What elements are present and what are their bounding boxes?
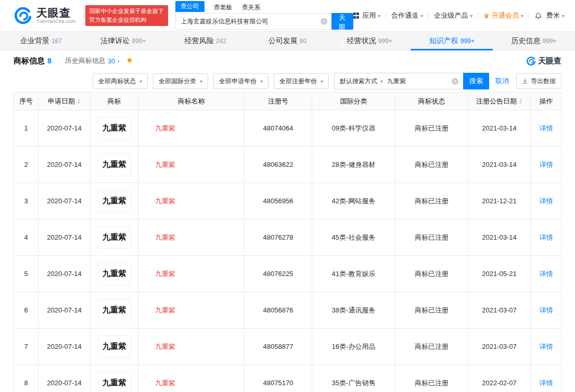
table-search-input[interactable]: 九重紫 [387,77,448,86]
index-cell: 5 [14,256,39,292]
crown-icon: ♛ [483,12,490,20]
detail-link[interactable]: 详情 [540,270,553,278]
tab-legal-proceedings[interactable]: 法律诉讼 999+ [82,32,164,50]
detail-link[interactable]: 详情 [540,306,553,314]
chevron-down-icon: ▾ [378,13,380,19]
tab-operating-risk[interactable]: 经营风险 242 [164,32,247,50]
table-row: 6 2020-07-14 九重紫 九重紫 48056876 38类-通讯服务 商… [14,292,562,329]
sort-icon[interactable]: ▲▼ [77,98,81,104]
table-search-button[interactable]: 搜索 [463,73,489,89]
search-tab-boss[interactable]: 查老板 [214,3,233,12]
trademark-image-cell: 九重紫 [91,329,138,365]
publish-date-cell: 2022-02-07 [468,365,531,392]
trademark-name[interactable]: 九重紫 [155,270,175,278]
trademark-name[interactable]: 九重紫 [155,161,175,168]
status-cell: 商标已注册 [395,219,468,256]
nav-divider [386,12,386,19]
trademark-image[interactable]: 九重紫 [98,117,131,140]
monitor-bell-icon[interactable] [126,57,133,64]
history-trademark-link[interactable]: 历史商标信息 30 › [65,56,120,66]
trademark-name[interactable]: 九重紫 [155,306,175,314]
company-tab-bar: 企业背景 167 法律诉讼 999+ 经营风险 242 公司发展 80 经营状况… [0,31,575,50]
index-cell: 2 [14,147,39,183]
trademark-image-cell: 九重紫 [91,147,138,183]
table-search-box: 默认搜索方式 ▾ 九重紫 × [334,73,463,89]
tab-company-background[interactable]: 企业背景 167 [0,32,82,50]
header-apply-date[interactable]: 申请日期 ▲▼ [39,93,91,110]
intl-class-cell: 41类-教育娱乐 [312,256,395,292]
trademark-name[interactable]: 九重紫 [155,343,175,350]
nav-apps[interactable]: 应用 ▾ [353,11,381,20]
action-cell: 详情 [531,183,562,219]
tab-history-info[interactable]: 历史信息 999+ [493,32,575,50]
tianyancha-watermark: 天眼查 [526,56,561,66]
detail-link[interactable]: 详情 [540,379,553,387]
publish-date-cell: 2021-03-14 [468,219,531,256]
filter-apply-year-dropdown[interactable]: 全部申请年份 ▾ [213,73,269,89]
filter-intl-class-dropdown[interactable]: 全部国际分类 ▾ [153,73,208,89]
trademark-image[interactable]: 九重紫 [98,372,131,392]
detail-link[interactable]: 详情 [540,161,553,168]
trademark-name[interactable]: 九重紫 [155,124,175,132]
chevron-down-icon: ▾ [470,13,472,19]
clear-search-icon[interactable]: × [321,18,327,25]
export-button[interactable]: 导出数据 [516,73,561,89]
sort-icon[interactable]: ▲▼ [519,98,522,104]
tab-operating-status[interactable]: 经营状况 999+ [328,32,411,50]
search-tab-company[interactable]: 查公司 [175,1,205,12]
cancel-button[interactable]: 取消 [495,76,509,86]
intl-class-cell: 42类-网站服务 [312,183,395,219]
table-row: 4 2020-07-14 九重紫 九重紫 48076278 45类-社会服务 商… [14,219,562,256]
trademark-image[interactable]: 九重紫 [98,226,131,249]
nav-user-account[interactable]: 费米 ▾ [546,11,565,20]
trademark-section-bar: 商标信息 8 历史商标信息 30 › 天眼查 [0,51,575,70]
tab-company-development[interactable]: 公司发展 80 [247,32,329,50]
trademark-image[interactable]: 九重紫 [98,190,131,213]
search-tab-relation[interactable]: 查关系 [242,3,261,12]
apps-grid-icon [353,12,360,19]
gov-certification-badge: 国家中小企业发展子基金旗下 官方备案企业征信机构 [85,5,168,26]
trademark-name-cell: 九重紫 [138,329,245,365]
filter-register-year-dropdown[interactable]: 全部注册年份 ▾ [274,73,329,89]
brand-text: 天眼查 TianYanCha.com [36,7,76,24]
nav-cooperation[interactable]: 合作通道 ▾ [391,11,423,20]
search-mode-dropdown[interactable]: 默认搜索方式 ▾ [340,77,383,86]
tab-intellectual-property[interactable]: 知识产权 999+ [411,32,493,50]
filter-trademark-status-dropdown[interactable]: 全部商标状态 ▾ [93,73,148,89]
nav-open-vip[interactable]: ♛ 开通会员 ▾ [483,11,523,20]
status-cell: 商标已注册 [395,110,468,147]
trademark-name[interactable]: 九重紫 [155,379,175,387]
trademark-name[interactable]: 九重紫 [155,233,175,241]
company-search-input[interactable] [175,13,331,30]
nav-enterprise-products[interactable]: 企业级产品 ▾ [434,11,472,20]
clear-table-search-icon[interactable]: × [452,78,458,85]
trademark-image[interactable]: 九重紫 [98,335,131,358]
intl-class-cell: 28类-健身器材 [312,147,395,183]
main-search-area: 查公司 查老板 查关系 × 天眼一下 [175,2,353,30]
action-cell: 详情 [531,147,562,183]
index-cell: 6 [14,292,39,329]
detail-link[interactable]: 详情 [540,343,553,350]
chevron-down-icon: ▾ [420,13,423,19]
notification-bell-icon[interactable] [534,12,542,20]
nav-divider [529,12,529,19]
trademark-image[interactable]: 九重紫 [98,299,131,322]
registration-number-cell: 48056876 [245,292,312,329]
main-search-button[interactable]: 天眼一下 [331,13,353,30]
publish-date-cell: 2021-03-14 [468,110,531,147]
apply-date-cell: 2020-07-14 [39,183,91,219]
trademark-name[interactable]: 九重紫 [155,197,175,205]
trademark-table: 序号 申请日期 ▲▼ 商标 商标名称 注册号 国际分类 商标状态 注册公告日期 … [14,92,562,392]
chevron-down-icon: ▾ [200,79,202,84]
tianyancha-logo[interactable]: 天眼查 TianYanCha.com 国家中小企业发展子基金旗下 官方备案企业征… [14,5,168,26]
header-publish-date[interactable]: 注册公告日期 ▲▼ [468,93,531,110]
detail-link[interactable]: 详情 [540,233,553,241]
detail-link[interactable]: 详情 [540,197,553,205]
status-cell: 商标已注册 [395,183,468,219]
trademark-image[interactable]: 九重紫 [98,153,131,176]
intl-class-cell: 09类-科学仪器 [312,110,395,147]
action-cell: 详情 [531,256,562,292]
detail-link[interactable]: 详情 [540,124,553,132]
trademark-image[interactable]: 九重紫 [98,263,131,285]
chevron-down-icon: ▾ [521,13,523,19]
